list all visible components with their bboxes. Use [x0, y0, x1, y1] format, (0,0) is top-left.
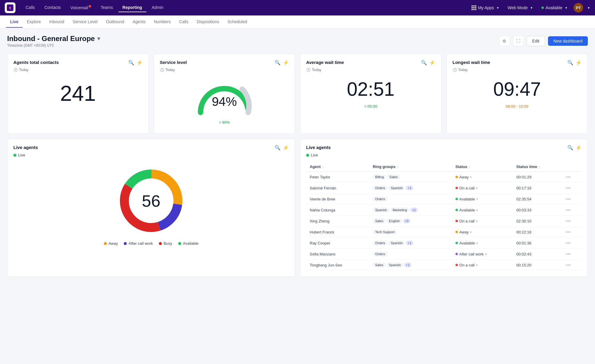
- subnav-live[interactable]: Live: [6, 16, 23, 28]
- agent-status[interactable]: Away ▾: [452, 172, 513, 183]
- status-chevron[interactable]: ▾: [476, 197, 478, 201]
- subnav-inbound[interactable]: Inbound: [45, 16, 68, 28]
- donut-legend: Away After call work Busy Available: [104, 241, 199, 246]
- ring-group-tag: Sales: [387, 175, 400, 179]
- sub-nav: Live Explore Inbound Service Level Outbo…: [0, 15, 595, 29]
- agents-total-header: Agents total contacts 🔍 ⚡: [13, 60, 143, 65]
- my-apps-button[interactable]: My Apps ▼: [469, 4, 502, 11]
- agent-name: Sofia Manzano: [306, 249, 369, 260]
- edit-button[interactable]: Edit: [527, 36, 545, 46]
- web-mode-button[interactable]: Web Mode ▼: [505, 4, 535, 11]
- subnav-scheduled[interactable]: Scheduled: [223, 16, 251, 28]
- subnav-outbound[interactable]: Outbound: [102, 16, 129, 28]
- longest-wait-card: Longest wait time 🔍 ⚡ 🕐 Today 09:47 08:0…: [446, 54, 588, 134]
- table-search-icon[interactable]: 🔍: [567, 145, 573, 150]
- status-indicator: [455, 264, 458, 266]
- grid-icon: [472, 5, 476, 10]
- nav-admin[interactable]: Admin: [148, 3, 168, 12]
- row-actions[interactable]: •••: [562, 238, 582, 249]
- donut-live-label: Live: [18, 153, 25, 157]
- status-text: On a call: [459, 263, 475, 267]
- status-chevron[interactable]: ▾: [476, 186, 477, 190]
- ring-groups: SpanishMarketing+1: [369, 205, 452, 216]
- ring-group-extra: +3: [403, 219, 411, 223]
- app-logo[interactable]: t: [5, 2, 15, 13]
- agent-status[interactable]: Available ▾: [452, 238, 513, 249]
- row-actions[interactable]: •••: [562, 183, 582, 194]
- subnav-dispositions[interactable]: Dispositions: [192, 16, 223, 28]
- subnav-numbers[interactable]: Numbers: [150, 16, 175, 28]
- row-actions[interactable]: •••: [562, 249, 582, 260]
- table-filter-icon[interactable]: ⚡: [576, 145, 582, 150]
- settings-button[interactable]: ⚙: [499, 36, 510, 46]
- agent-status[interactable]: On a call ▾: [452, 216, 513, 227]
- col-agent: Agent ↕: [306, 162, 369, 172]
- row-actions[interactable]: •••: [562, 260, 582, 271]
- nav-contacts[interactable]: Contacts: [40, 3, 65, 12]
- subnav-explore[interactable]: Explore: [23, 16, 45, 28]
- donut-search-icon[interactable]: 🔍: [275, 145, 281, 150]
- status-chevron[interactable]: ▾: [470, 175, 472, 179]
- service-level-title: Service level: [160, 60, 187, 65]
- legend-away: Away: [104, 241, 118, 246]
- status-chevron[interactable]: ▾: [476, 241, 478, 245]
- status-chevron[interactable]: ▾: [485, 252, 487, 256]
- legend-away-dot: [104, 242, 107, 245]
- fullscreen-button[interactable]: ⛶: [513, 36, 524, 46]
- live-agents-donut-title: Live agents: [13, 145, 38, 150]
- agents-total-search-icon[interactable]: 🔍: [128, 60, 134, 65]
- status-chevron[interactable]: ▾: [476, 263, 477, 267]
- agent-name: Salomé Fernán: [306, 183, 369, 194]
- new-dashboard-button[interactable]: New dashboard: [548, 36, 588, 46]
- nav-calls[interactable]: Calls: [21, 3, 39, 12]
- agent-name: Ray Cooper: [306, 238, 369, 249]
- agents-total-filter-icon[interactable]: ⚡: [137, 60, 143, 65]
- status-indicator: [455, 231, 458, 233]
- nav-teams[interactable]: Teams: [96, 3, 117, 12]
- logo-icon: t: [7, 4, 13, 11]
- agent-status[interactable]: Available ▾: [452, 194, 513, 205]
- legend-away-label: Away: [109, 241, 118, 246]
- status-time: 00:01:36: [513, 238, 563, 249]
- row-actions[interactable]: •••: [562, 194, 582, 205]
- donut-filter-icon[interactable]: ⚡: [283, 145, 289, 150]
- subnav-service-level[interactable]: Service Level: [68, 16, 102, 28]
- service-level-header: Service level 🔍 ⚡: [160, 60, 289, 65]
- ring-groups: SalesEnglish+3: [369, 216, 452, 227]
- table-scroll-area[interactable]: Agent ↕ Ring groups ↕ Status ↕ Status ti…: [306, 162, 582, 271]
- table-live-status: Live: [306, 153, 582, 157]
- row-actions[interactable]: •••: [562, 172, 582, 183]
- agent-status[interactable]: Available ▾: [452, 205, 513, 216]
- row-actions[interactable]: •••: [562, 216, 582, 227]
- status-button[interactable]: Available ▼: [539, 4, 570, 11]
- status-chevron[interactable]: ▾: [476, 208, 478, 212]
- clock-icon-3: 🕐: [306, 68, 311, 72]
- subnav-agents[interactable]: Agents: [129, 16, 150, 28]
- agent-status[interactable]: After call work ▾: [452, 249, 513, 260]
- nav-voicemail[interactable]: Voicemail: [66, 3, 95, 12]
- row-actions[interactable]: •••: [562, 205, 582, 216]
- clock-icon-4: 🕐: [452, 68, 457, 72]
- agent-status[interactable]: Away ▾: [452, 227, 513, 238]
- col-actions: [562, 162, 582, 172]
- avg-wait-search-icon[interactable]: 🔍: [421, 60, 427, 65]
- status-chevron[interactable]: ▾: [470, 230, 472, 234]
- ring-groups: Orders: [369, 194, 452, 205]
- donut-live-dot: [13, 154, 16, 157]
- status-badge: Available ▾: [455, 197, 509, 201]
- avg-wait-filter-icon[interactable]: ⚡: [429, 60, 435, 65]
- nav-reporting[interactable]: Reporting: [118, 3, 146, 12]
- user-avatar[interactable]: PT: [574, 3, 583, 12]
- agent-status[interactable]: On a call ▾: [452, 260, 513, 271]
- service-level-filter-icon[interactable]: ⚡: [283, 60, 289, 65]
- top-nav: t Calls Contacts Voicemail Teams Reporti…: [0, 0, 595, 15]
- status-chevron[interactable]: ▾: [476, 219, 477, 223]
- row-actions[interactable]: •••: [562, 227, 582, 238]
- subnav-calls[interactable]: Calls: [175, 16, 192, 28]
- service-level-search-icon[interactable]: 🔍: [275, 60, 281, 65]
- longest-wait-filter-icon[interactable]: ⚡: [576, 60, 582, 65]
- avatar-chevron[interactable]: ▼: [587, 6, 590, 10]
- agent-status[interactable]: On a call ▾: [452, 183, 513, 194]
- dashboard-title-chevron[interactable]: ▾: [97, 35, 100, 42]
- longest-wait-search-icon[interactable]: 🔍: [567, 60, 573, 65]
